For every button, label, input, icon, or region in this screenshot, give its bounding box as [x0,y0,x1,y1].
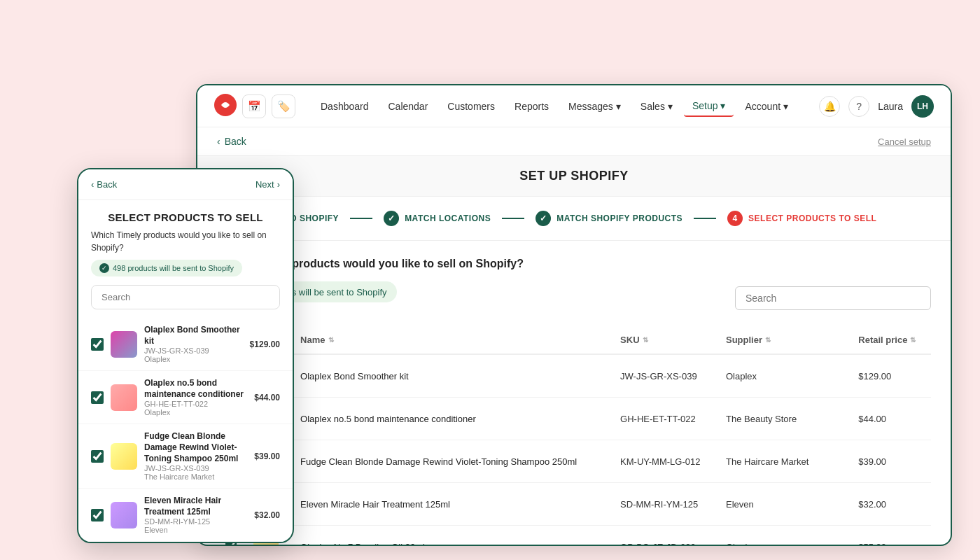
app-logo[interactable] [214,94,237,119]
product-sku-2: KM-UY-MM-LG-012 [620,456,700,467]
nav-customers[interactable]: Customers [439,97,503,116]
mobile-card: ‹ Back Next › SELECT PRODUCTS TO SELL Wh… [77,168,294,543]
product-supplier-4: Olaplex [726,542,757,547]
name-col-header[interactable]: Name ⇅ [300,335,333,345]
chevron-left-icon: ‹ [217,136,220,147]
mobile-product-info-3: Eleven Miracle Hair Treatment 125ml SD-M… [144,496,247,534]
mobile-badge-check-icon: ✓ [99,263,109,273]
mobile-list-item: Olaplex no.5 bond maintenance conditione… [78,371,293,424]
main-content: Which Timely products would you like to … [197,241,951,546]
mobile-product-price-2: $39.00 [254,451,280,461]
mobile-product-thumb-3 [111,502,137,528]
mobile-product-info-1: Olaplex no.5 bond maintenance conditione… [144,378,247,416]
supplier-col-header[interactable]: Supplier ⇅ [726,335,771,345]
mobile-list-item: Olaplex Bond Smoother kit JW-JS-GR-XS-03… [78,318,293,371]
price-col-label: Retail price [858,335,907,345]
mobile-product-info-0: Olaplex Bond Smoother kit JW-JS-GR-XS-03… [144,325,243,363]
mobile-header: ‹ Back Next › [78,169,293,200]
step-divider-1 [350,218,372,219]
mobile-checkbox-1[interactable] [91,391,104,404]
mobile-product-price-0: $129.00 [250,340,280,349]
price-col-header[interactable]: Retail price ⇅ [858,335,916,345]
mobile-product-thumb-2 [111,443,137,470]
nav-sales[interactable]: Sales ▾ [632,97,681,116]
desktop-panel: 📅 🏷️ Dashboard Calendar Customers Report… [196,84,952,546]
mobile-checkbox-3[interactable] [91,509,104,522]
step-4-number: 4 [727,211,743,226]
mobile-back-label: Back [97,179,117,190]
product-supplier-0: Olaplex [726,371,757,382]
nav-links: Dashboard Calendar Customers Reports Mes… [312,96,813,117]
chevron-down-icon: ▾ [616,101,621,112]
nav-reports[interactable]: Reports [506,97,557,116]
mobile-product-supplier-3: Eleven [144,526,247,534]
nav-account[interactable]: Account ▾ [736,97,797,116]
navbar: 📅 🏷️ Dashboard Calendar Customers Report… [197,85,951,127]
mobile-product-sku-1: GH-HE-ET-TT-022 [144,400,247,408]
nav-right: 🔔 ? Laura LH [819,95,934,118]
cancel-setup-link[interactable]: Cancel setup [878,136,931,147]
mobile-badge-label: 498 products will be sent to Shopify [113,264,234,272]
product-name-2: Fudge Clean Blonde Damage Rewind Violet-… [300,456,577,467]
mobile-search-input[interactable] [91,285,280,309]
step-divider-2 [502,218,524,219]
product-price-3: $32.00 [858,499,886,510]
product-sku-0: JW-JS-GR-XS-039 [620,371,697,382]
back-bar: ‹ Back Cancel setup [197,127,951,156]
chevron-down-icon: ▾ [783,101,788,112]
mobile-products-badge: ✓ 498 products will be sent to Shopify [91,260,242,276]
name-col-label: Name [300,335,325,345]
product-sku-4: OP-BO-JE-JD-030 [620,542,696,547]
mobile-back-button[interactable]: ‹ Back [91,179,117,190]
step-2: ✓ MATCH LOCATIONS [384,211,491,226]
step-2-label: MATCH LOCATIONS [405,214,491,223]
chevron-down-icon: ▾ [720,100,725,111]
mobile-product-name-0: Olaplex Bond Smoother kit [144,325,243,346]
mobile-product-thumb-0 [111,331,137,358]
mobile-checkbox-2[interactable] [91,450,104,463]
product-supplier-2: The Haircare Market [726,456,808,467]
notification-bell-icon[interactable]: 🔔 [819,96,840,117]
nav-dashboard[interactable]: Dashboard [312,97,377,116]
mobile-product-sku-3: SD-MM-RI-YM-125 [144,517,247,526]
sku-col-header[interactable]: SKU ⇅ [620,335,648,345]
mobile-list-item: Fudge Clean Blonde Damage Rewind Violet-… [78,424,293,489]
sort-icon-price: ⇅ [910,336,916,344]
back-button[interactable]: ‹ Back [217,136,246,147]
mobile-product-info-2: Fudge Clean Blonde Damage Rewind Violet-… [144,431,247,481]
steps-area: ✓ CONNECT TO SHOPIFY ✓ MATCH LOCATIONS ✓… [197,197,951,241]
step-divider-3 [694,218,716,219]
nav-messages[interactable]: Messages ▾ [560,97,629,116]
nav-setup[interactable]: Setup ▾ [684,96,734,117]
mobile-next-button[interactable]: Next › [255,179,280,190]
product-name-0: Olaplex Bond Smoother kit [300,371,409,382]
mobile-chevron-left-icon: ‹ [91,179,94,190]
mobile-title: SELECT PRODUCTS TO SELL [78,200,293,229]
mobile-product-supplier-0: Olaplex [144,355,243,363]
product-sku-1: GH-HE-ET-TT-022 [620,414,696,424]
mobile-product-supplier-1: Olaplex [144,408,247,416]
tag-icon-btn[interactable]: 🏷️ [272,94,295,118]
page-title: SET UP SHOPIFY [210,169,938,183]
table-row: Olaplex no.5 bond maintenance conditione… [217,398,931,440]
mobile-product-name-3: Eleven Miracle Hair Treatment 125ml [144,496,247,517]
help-icon[interactable]: ? [848,96,869,117]
products-table: Sync ⇅ Name ⇅ SKU ⇅ [217,326,931,546]
user-name: Laura [878,101,903,112]
mobile-product-sku-0: JW-JS-GR-XS-039 [144,346,243,355]
mobile-product-price-3: $32.00 [254,510,280,520]
mobile-next-label: Next [255,179,274,190]
step-4: 4 SELECT PRODUCTS TO SELL [727,211,876,226]
product-name-1: Olaplex no.5 bond maintenance conditione… [300,414,476,424]
mobile-checkbox-0[interactable] [91,338,104,351]
nav-calendar[interactable]: Calendar [380,97,437,116]
search-input[interactable] [735,286,931,310]
user-avatar[interactable]: LH [911,95,934,118]
page-title-bar: SET UP SHOPIFY [197,156,951,197]
mobile-chevron-right-icon: › [277,179,280,190]
product-sku-3: SD-MM-RI-YM-125 [620,499,698,510]
mobile-product-name-2: Fudge Clean Blonde Damage Rewind Violet-… [144,431,247,464]
step-3-label: MATCH SHOPIFY PRODUCTS [556,214,682,223]
product-supplier-3: Eleven [726,499,754,510]
calendar-icon-btn[interactable]: 📅 [242,94,266,118]
